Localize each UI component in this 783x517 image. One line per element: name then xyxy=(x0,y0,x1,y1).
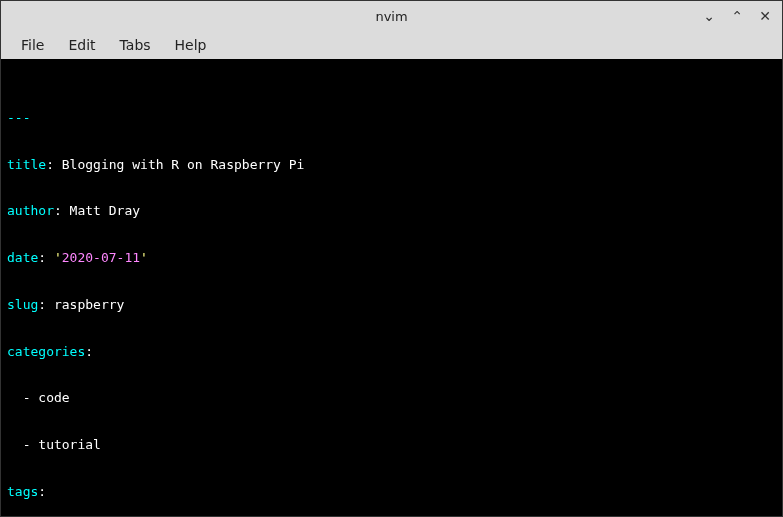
yaml-key-title: title xyxy=(7,157,46,172)
menu-tabs[interactable]: Tabs xyxy=(110,33,161,57)
window-controls: ⌄ ⌃ ✕ xyxy=(702,9,782,23)
minimize-icon[interactable]: ⌄ xyxy=(702,9,716,23)
yaml-val-slug: : raspberry xyxy=(38,297,124,312)
menubar: File Edit Tabs Help xyxy=(1,31,782,59)
yaml-cat-item: - tutorial xyxy=(7,437,776,453)
yaml-key-categories: categories xyxy=(7,344,85,359)
window-title: nvim xyxy=(1,9,782,24)
maximize-icon[interactable]: ⌃ xyxy=(730,9,744,23)
yaml-val-date: 2020-07-11 xyxy=(62,250,140,265)
yaml-val-author: : Matt Dray xyxy=(54,203,140,218)
yaml-fence: --- xyxy=(7,110,30,125)
titlebar[interactable]: nvim ⌄ ⌃ ✕ xyxy=(1,1,782,31)
close-icon[interactable]: ✕ xyxy=(758,9,772,23)
nvim-window: nvim ⌄ ⌃ ✕ File Edit Tabs Help --- title… xyxy=(0,0,783,517)
menu-edit[interactable]: Edit xyxy=(58,33,105,57)
yaml-val-title: : Blogging with R on Raspberry Pi xyxy=(46,157,304,172)
yaml-cat-item: - code xyxy=(7,390,776,406)
yaml-key-date: date xyxy=(7,250,38,265)
yaml-key-author: author xyxy=(7,203,54,218)
menu-help[interactable]: Help xyxy=(165,33,217,57)
menu-file[interactable]: File xyxy=(11,33,54,57)
yaml-key-slug: slug xyxy=(7,297,38,312)
yaml-key-tags: tags xyxy=(7,484,38,499)
terminal-area[interactable]: --- title: Blogging with R on Raspberry … xyxy=(1,59,782,516)
